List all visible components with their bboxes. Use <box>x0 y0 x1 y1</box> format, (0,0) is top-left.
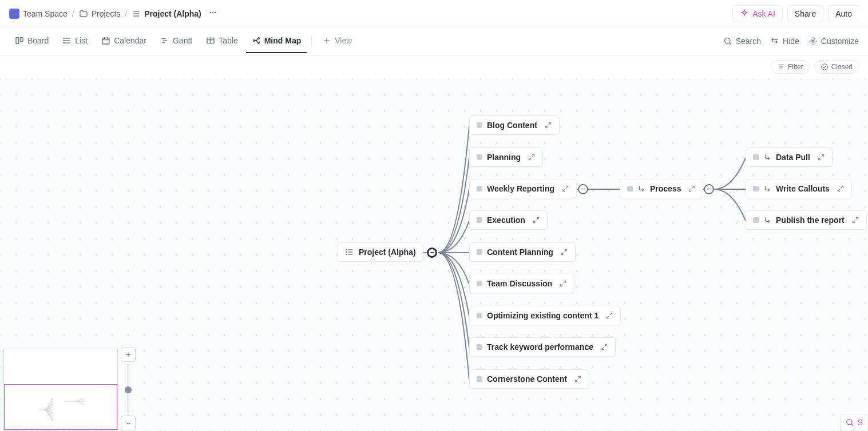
tab-board-label: Board <box>27 36 49 45</box>
node-process[interactable]: Process <box>620 179 703 198</box>
node-label: Optimizing existing content 1 <box>487 311 599 320</box>
node-cornerstone[interactable]: Cornerstone Content <box>469 369 589 389</box>
zoom-control: + − <box>121 347 136 430</box>
svg-rect-10 <box>20 38 23 42</box>
node-weekly-reporting[interactable]: Weekly Reporting <box>469 179 577 198</box>
status-icon <box>477 249 482 255</box>
node-write-callouts[interactable]: Write Callouts <box>746 179 852 198</box>
hide-action[interactable]: Hide <box>770 37 799 46</box>
tab-mindmap-label: Mind Map <box>264 36 302 45</box>
status-icon <box>477 186 482 191</box>
filter-chip[interactable]: Filter <box>771 60 810 74</box>
tab-table[interactable]: Table <box>200 29 243 53</box>
tab-list-label: List <box>75 36 88 45</box>
node-optimizing[interactable]: Optimizing existing content 1 <box>469 306 621 325</box>
expand-icon[interactable] <box>528 153 536 161</box>
tab-calendar[interactable]: Calendar <box>96 29 152 53</box>
collapse-toggle-root[interactable] <box>427 248 437 258</box>
node-blog-content[interactable]: Blog Content <box>469 115 560 135</box>
bottom-action-label: S <box>858 418 863 427</box>
node-label: Planning <box>487 153 521 162</box>
collapse-toggle-process[interactable] <box>704 184 714 194</box>
expand-icon[interactable] <box>605 312 613 320</box>
tab-mindmap[interactable]: Mind Map <box>246 29 307 53</box>
breadcrumb-current[interactable]: Project (Alpha) <box>132 9 201 18</box>
minimap-tree-icon <box>21 394 107 425</box>
breadcrumb-space[interactable]: Team Space <box>9 9 68 19</box>
svg-line-50 <box>851 424 853 426</box>
share-label: Share <box>795 9 816 18</box>
status-icon <box>477 154 482 160</box>
node-root[interactable]: Project (Alpha) <box>338 242 423 262</box>
node-label: Publish the report <box>776 216 845 225</box>
status-icon <box>753 154 759 160</box>
view-divider <box>311 35 312 47</box>
node-label: Blog Content <box>487 121 537 130</box>
expand-icon[interactable] <box>561 185 569 193</box>
expand-icon[interactable] <box>544 121 552 129</box>
node-planning[interactable]: Planning <box>469 147 543 167</box>
svg-point-2 <box>15 13 16 14</box>
node-data-pull[interactable]: Data Pull <box>746 147 833 167</box>
automations-button[interactable]: Auto <box>828 5 859 22</box>
expand-icon[interactable] <box>817 153 825 161</box>
node-label: Process <box>650 184 681 193</box>
ask-ai-button[interactable]: Ask AI <box>732 5 783 22</box>
node-team-discussion[interactable]: Team Discussion <box>469 274 574 293</box>
status-icon <box>477 217 482 223</box>
expand-icon[interactable] <box>688 185 696 193</box>
node-label: Cornerstone Content <box>487 374 567 384</box>
search-label: Search <box>736 37 761 46</box>
space-icon <box>9 9 19 19</box>
tab-table-label: Table <box>219 36 237 45</box>
node-content-planning[interactable]: Content Planning <box>469 242 576 262</box>
expand-icon[interactable] <box>851 216 859 224</box>
tab-list[interactable]: List <box>57 29 93 53</box>
zoom-thumb[interactable] <box>125 386 132 393</box>
add-view-label: View <box>335 36 352 45</box>
share-button[interactable]: Share <box>787 5 823 22</box>
svg-point-16 <box>64 42 64 43</box>
expand-icon[interactable] <box>574 375 582 383</box>
svg-point-28 <box>257 38 259 39</box>
status-icon <box>753 186 759 191</box>
svg-rect-17 <box>102 38 109 44</box>
tab-gantt[interactable]: Gantt <box>154 29 198 53</box>
search-action[interactable]: Search <box>723 37 761 46</box>
add-view-button[interactable]: View <box>316 29 358 53</box>
node-label: Weekly Reporting <box>487 184 554 193</box>
expand-icon[interactable] <box>532 216 540 224</box>
node-track-keyword[interactable]: Track keyword performance <box>469 337 616 357</box>
expand-icon[interactable] <box>560 248 568 256</box>
collapse-toggle-weekly[interactable] <box>578 184 588 194</box>
breadcrumb-separator: / <box>72 9 74 18</box>
bottom-action[interactable]: S <box>840 414 868 431</box>
zoom-in-button[interactable]: + <box>121 347 136 362</box>
expand-icon[interactable] <box>600 343 608 351</box>
closed-label: Closed <box>831 63 853 71</box>
tab-gantt-label: Gantt <box>173 36 192 45</box>
breadcrumb-folder[interactable]: Projects <box>79 9 121 18</box>
svg-point-42 <box>821 64 827 70</box>
node-publish-report[interactable]: Publish the report <box>746 210 867 230</box>
zoom-out-button[interactable]: − <box>121 416 136 430</box>
more-icon[interactable] <box>206 6 220 21</box>
customize-action[interactable]: Customize <box>808 37 859 46</box>
expand-icon[interactable] <box>837 185 845 193</box>
status-icon <box>627 186 633 191</box>
zoom-slider[interactable] <box>127 364 129 414</box>
expand-icon[interactable] <box>559 280 567 288</box>
node-label: Data Pull <box>776 153 810 162</box>
svg-point-48 <box>346 254 347 254</box>
customize-label: Customize <box>821 37 859 46</box>
minimap[interactable] <box>3 349 118 430</box>
mindmap-canvas[interactable]: Project (Alpha) Blog Content Planning We… <box>0 79 868 431</box>
node-label: Execution <box>487 216 525 225</box>
svg-point-15 <box>64 40 64 41</box>
breadcrumb-current-label: Project (Alpha) <box>144 9 201 18</box>
closed-chip[interactable]: Closed <box>814 60 859 74</box>
node-execution[interactable]: Execution <box>469 210 548 230</box>
tab-board[interactable]: Board <box>9 29 54 53</box>
svg-point-1 <box>13 13 14 14</box>
ask-ai-label: Ask AI <box>752 9 775 18</box>
